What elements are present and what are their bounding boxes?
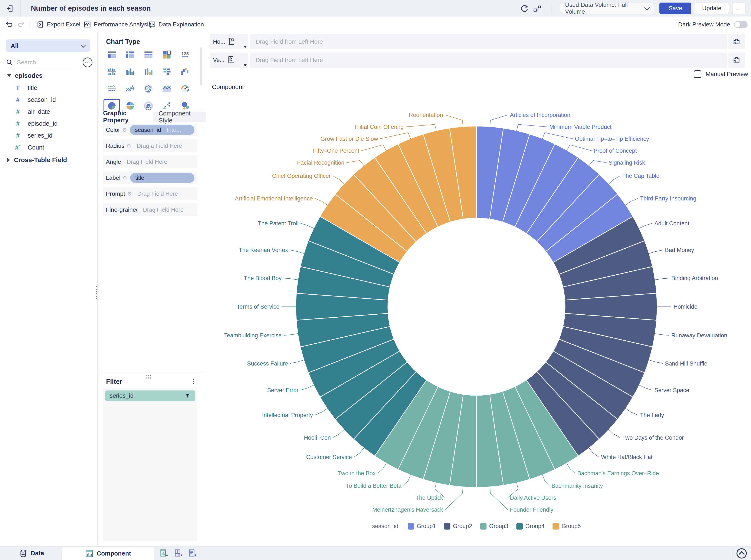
refresh-button[interactable] <box>520 4 529 14</box>
chart-type-radar[interactable] <box>140 82 157 96</box>
field-item-count[interactable]: #* Count <box>13 142 44 153</box>
add-layout-button[interactable] <box>174 549 183 558</box>
filter-drop-area[interactable]: series_id <box>103 388 198 541</box>
field-item-season-id[interactable]: # season_id <box>13 95 56 105</box>
slice-label: The Blood Boy <box>244 275 282 281</box>
filter-menu-icon[interactable]: ⋮ <box>190 378 196 385</box>
horizontal-format-button[interactable] <box>728 34 745 49</box>
performance-analysis-button[interactable]: Performance Analysis <box>83 17 151 33</box>
add-report-button[interactable] <box>188 549 197 558</box>
legend-swatch <box>408 523 414 529</box>
dataset-tree-node[interactable]: episodes <box>7 72 43 79</box>
horizontal-drop-zone[interactable]: Drag Field from Left Here <box>250 34 727 49</box>
axis-caret-icon[interactable] <box>244 46 247 48</box>
flow-button[interactable] <box>532 4 542 14</box>
color-field-pill[interactable]: season_id Inte... <box>130 125 195 135</box>
legend-label: Group3 <box>489 523 508 529</box>
manual-preview-checkbox[interactable] <box>694 70 702 78</box>
label-line <box>625 408 638 415</box>
chart-type-indicator[interactable]: 123 <box>177 48 194 62</box>
field-item-series-id[interactable]: # series_id <box>13 131 53 141</box>
manual-preview-control: Manual Preview <box>694 70 748 78</box>
property-row-angle[interactable]: Angle Drag Field Here <box>103 156 198 168</box>
horizontal-axis-selector[interactable]: Ho... <box>209 34 248 49</box>
gear-icon[interactable]: ⚙ <box>126 143 131 149</box>
property-tabs: Graphic Property Component Style <box>98 112 206 122</box>
tab-graphic-property[interactable]: Graphic Property <box>98 112 153 122</box>
slice-label: Teambuilding Exercise <box>224 332 282 339</box>
legend-item-group4[interactable]: Group4 <box>516 523 545 529</box>
chart-type-scrollbar[interactable] <box>200 47 202 86</box>
chart-type-quadrant[interactable] <box>159 48 175 62</box>
chart-type-bar[interactable] <box>122 65 139 79</box>
label-field-pill[interactable]: title <box>130 173 195 183</box>
vertical-axis-selector[interactable]: Ve... <box>209 53 248 68</box>
chart-type-horizontal-bar[interactable] <box>159 65 175 79</box>
add-chart-button[interactable] <box>159 549 169 558</box>
header-divider <box>20 0 21 17</box>
add-layout-icon <box>174 549 183 558</box>
tab-component-style[interactable]: Component Style <box>153 112 206 122</box>
refresh-icon <box>520 4 529 13</box>
label-line <box>290 360 304 363</box>
chart-type-grouped-bar[interactable] <box>103 65 120 79</box>
vertical-format-button[interactable] <box>728 53 745 68</box>
panel-resize-handle[interactable] <box>96 286 97 299</box>
chart-type-gauge[interactable] <box>177 82 194 96</box>
legend-item-group3[interactable]: Group3 <box>480 523 508 529</box>
slice-label: Sand Hill Shuffle <box>665 360 707 367</box>
gear-icon[interactable]: ⚙ <box>123 175 127 181</box>
vertical-drop-zone[interactable]: Drag Field from Left Here <box>250 53 727 68</box>
tab-component[interactable]: Component <box>62 546 155 560</box>
dataset-selector[interactable]: All <box>6 39 90 52</box>
chart-type-waterfall[interactable] <box>177 65 194 79</box>
cross-table-node[interactable]: Cross-Table Field <box>7 156 67 164</box>
export-excel-button[interactable]: Export Excel <box>37 17 80 33</box>
more-button[interactable]: ... <box>732 3 746 14</box>
gear-icon[interactable]: ⚙ <box>127 191 132 197</box>
axis-caret-icon[interactable] <box>244 64 247 66</box>
search-input[interactable] <box>17 59 68 66</box>
slice-label: The Keenan Vortex <box>239 247 288 253</box>
dark-preview-toggle[interactable] <box>734 21 748 28</box>
field-options-button[interactable]: ... <box>83 58 93 67</box>
field-item-title[interactable]: T title <box>13 83 37 93</box>
property-row-fine-grained[interactable]: Fine-grained Drag Field Here <box>103 203 198 216</box>
fields-sidebar: All ... episodes T title # season_id # a… <box>0 33 98 546</box>
slice-label: Server Space <box>654 387 689 394</box>
legend-item-group5[interactable]: Group5 <box>553 523 581 529</box>
section-drag-handle[interactable] <box>146 375 151 379</box>
data-volume-select[interactable]: Used Data Volume: Full Volume <box>560 3 654 14</box>
property-row-radius[interactable]: Radius ⚙ Drag a Field Here <box>103 140 198 152</box>
legend-title: season_id <box>372 523 398 529</box>
collapse-button[interactable] <box>736 548 747 559</box>
chart-type-table-grid[interactable] <box>140 48 157 62</box>
back-button[interactable] <box>5 4 15 13</box>
chart-type-bar-multi[interactable] <box>140 65 157 79</box>
chart-type-area[interactable] <box>159 82 175 96</box>
tab-data[interactable]: Data <box>13 546 50 560</box>
field-item-air-date[interactable]: # air_date <box>13 106 50 117</box>
legend-item-group2[interactable]: Group2 <box>444 523 472 529</box>
legend-item-group1[interactable]: Group1 <box>408 523 436 529</box>
number-field-icon: # <box>13 96 23 103</box>
legend-swatch <box>444 523 450 529</box>
gear-icon[interactable]: ⚙ <box>122 127 127 133</box>
label-line <box>649 250 663 254</box>
chart-type-table-detail[interactable] <box>103 48 120 62</box>
chart-type-table-pane[interactable] <box>122 48 139 62</box>
donut-chart[interactable]: Articles of IncorporationMinimum Viable … <box>213 89 735 537</box>
toolbar: Export Excel Performance Analysis Data E… <box>0 17 751 33</box>
chart-type-line[interactable] <box>122 82 139 96</box>
property-row-label: Label ⚙ title <box>103 172 198 184</box>
update-button[interactable]: Update <box>695 3 729 14</box>
chart-type-line-double[interactable] <box>103 82 120 96</box>
data-explanation-button[interactable]: Data Explanation <box>148 17 204 33</box>
filter-field-pill[interactable]: series_id <box>105 391 195 401</box>
label-line <box>445 115 463 127</box>
save-button[interactable]: Save <box>659 3 691 14</box>
property-row-prompt[interactable]: Prompt ⚙ Drag Field Here <box>103 187 198 200</box>
undo-button[interactable] <box>5 17 13 33</box>
redo-button[interactable] <box>18 17 25 33</box>
field-item-episode-id[interactable]: # episode_id <box>13 118 58 129</box>
